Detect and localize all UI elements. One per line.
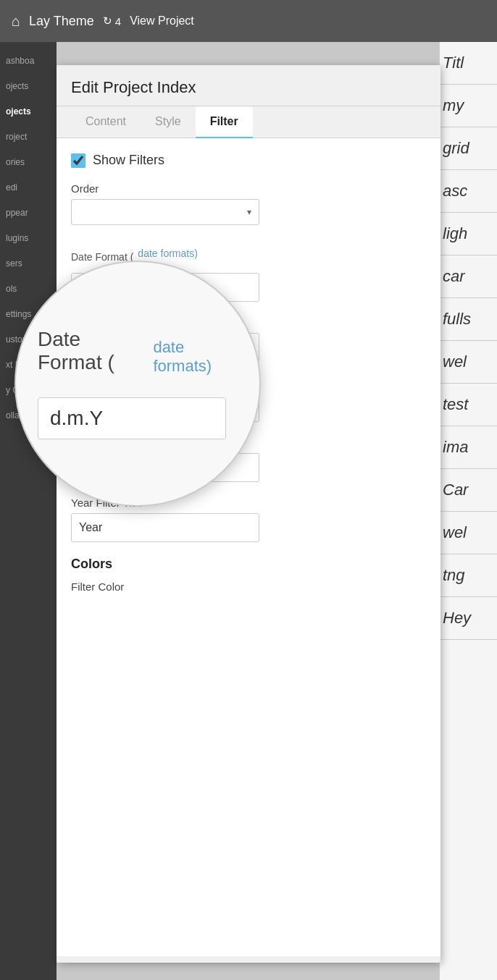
right-col-item-5: car [440, 255, 497, 298]
sync-icon: ↻ [103, 14, 112, 28]
modal-header: Edit Project Index [57, 65, 440, 106]
right-col-item-0: Titl [440, 42, 497, 85]
order-select[interactable]: ▾ [71, 199, 259, 225]
sidebar-item-projects-2[interactable]: ojects [0, 98, 57, 124]
right-column: Titl my grid asc ligh car fulls wel test… [439, 42, 497, 980]
sidebar-item-tools[interactable]: ols [0, 276, 57, 301]
tabs-row: Content Style Filter [57, 106, 440, 138]
tab-filter[interactable]: Filter [196, 106, 253, 138]
order-label: Order [71, 182, 426, 195]
sidebar-item-plugins[interactable]: lugins [0, 225, 57, 250]
date-format-link[interactable]: date formats) [138, 248, 197, 259]
modal-panel: Edit Project Index Content Style Filter … [57, 65, 440, 963]
modal-content: Show Filters Order ▾ Date Format ( date … [57, 138, 440, 956]
modal-title: Edit Project Index [71, 78, 196, 96]
tab-content[interactable]: Content [71, 106, 141, 138]
sidebar-item-categories[interactable]: ories [0, 149, 57, 174]
right-col-item-4: ligh [440, 213, 497, 255]
chevron-down-icon: ▾ [247, 207, 251, 217]
show-filters-row: Show Filters [71, 153, 426, 168]
right-col-item-8: test [440, 384, 497, 426]
right-col-item-9: ima [440, 426, 497, 469]
right-col-item-1: my [440, 85, 497, 127]
tab-style[interactable]: Style [141, 106, 196, 138]
filter-color-label: Filter Color [71, 580, 124, 593]
order-dropdown-area: ▾ [71, 199, 426, 225]
sidebar-item-users[interactable]: sers [0, 250, 57, 276]
home-icon[interactable]: ⌂ [12, 13, 20, 30]
right-col-item-13: Hey [440, 597, 497, 640]
order-group: Order ▾ [71, 182, 426, 225]
right-col-item-12: tng [440, 554, 497, 597]
sidebar-item-media[interactable]: edi [0, 174, 57, 200]
top-bar-title: Lay Theme [29, 14, 94, 29]
colors-section-title: Colors [71, 557, 426, 572]
view-project-button[interactable]: View Project [130, 14, 194, 28]
sidebar: ashboa ojects ojects roject ories edi pp… [0, 42, 57, 980]
top-bar: ⌂ Lay Theme ↻ 4 View Project [0, 0, 497, 42]
zoom-title: Date Format ( [38, 328, 150, 374]
sync-count: 4 [115, 15, 121, 28]
year-filter-input[interactable] [71, 513, 259, 542]
zoom-link[interactable]: date formats) [153, 338, 238, 376]
zoom-circle: Date Format ( date formats) d.m.Y [14, 261, 261, 507]
right-col-item-7: wel [440, 341, 497, 384]
show-filters-label: Show Filters [93, 153, 164, 168]
sidebar-item-projects-1[interactable]: ojects [0, 73, 57, 98]
zoom-input[interactable]: d.m.Y [38, 397, 226, 439]
sidebar-item-appearance[interactable]: ppear [0, 200, 57, 225]
colors-section: Colors Filter Color [71, 557, 426, 594]
zoom-content: Date Format ( date formats) d.m.Y [16, 313, 259, 454]
show-filters-checkbox[interactable] [71, 153, 85, 168]
right-col-item-10: Car [440, 469, 497, 512]
right-col-item-6: fulls [440, 298, 497, 341]
right-col-item-2: grid [440, 127, 497, 170]
right-col-item-11: wel [440, 512, 497, 554]
right-col-item-3: asc [440, 170, 497, 213]
sidebar-item-project[interactable]: roject [0, 124, 57, 149]
sync-area[interactable]: ↻ 4 [103, 14, 121, 28]
sidebar-item-dashboard[interactable]: ashboa [0, 48, 57, 73]
